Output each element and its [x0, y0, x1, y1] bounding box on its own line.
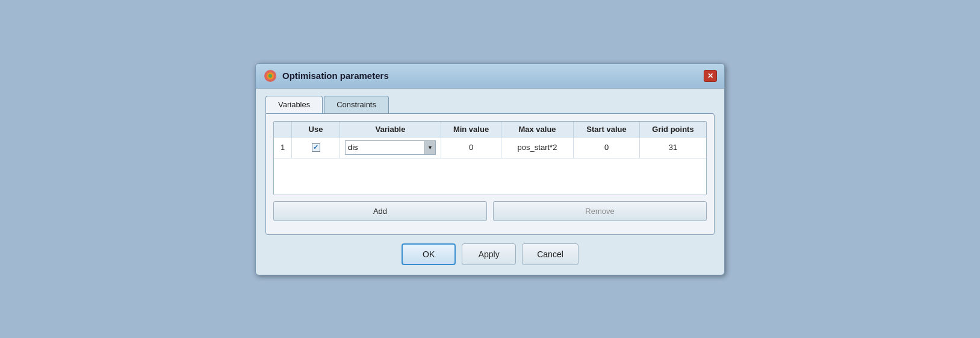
- add-remove-buttons: Add Remove: [273, 201, 707, 221]
- cell-rownum: 1: [274, 137, 292, 158]
- check-icon: ✓: [313, 143, 318, 151]
- cell-gridpoints[interactable]: 31: [640, 137, 706, 158]
- header-startvalue: Start value: [574, 122, 640, 137]
- cell-minvalue[interactable]: 0: [441, 137, 501, 158]
- header-maxvalue: Max value: [501, 122, 574, 137]
- tab-constraints[interactable]: Constraints: [324, 96, 389, 113]
- table-row: 1 ✓ dis ▼: [274, 137, 706, 158]
- cell-startvalue[interactable]: 0: [574, 137, 640, 158]
- tabs-container: Variables Constraints: [265, 96, 715, 113]
- header-gridpoints: Grid points: [640, 122, 706, 137]
- close-button[interactable]: ✕: [704, 70, 717, 82]
- tab-variables[interactable]: Variables: [265, 96, 323, 113]
- dialog-body: Variables Constraints Use Variable Min v…: [256, 89, 724, 275]
- app-icon: [263, 69, 278, 83]
- use-checkbox[interactable]: ✓: [312, 143, 320, 152]
- empty-rows-area: [274, 158, 706, 195]
- header-use: Use: [292, 122, 340, 137]
- dropdown-arrow-icon[interactable]: ▼: [425, 140, 436, 155]
- dialog-title: Optimisation parameters: [282, 70, 389, 81]
- title-bar: Optimisation parameters ✕: [256, 64, 724, 89]
- cell-use: ✓: [292, 137, 340, 158]
- bottom-buttons: OK Apply Cancel: [265, 243, 715, 265]
- tab-content-variables: Use Variable Min value Max value Start v…: [265, 113, 715, 235]
- table-header: Use Variable Min value Max value Start v…: [274, 122, 706, 137]
- header-variable: Variable: [340, 122, 441, 137]
- cell-variable: dis ▼: [340, 137, 441, 158]
- svg-point-2: [268, 74, 272, 78]
- apply-button[interactable]: Apply: [462, 243, 516, 265]
- cell-maxvalue[interactable]: pos_start*2: [501, 137, 574, 158]
- cancel-button[interactable]: Cancel: [522, 243, 578, 265]
- title-bar-left: Optimisation parameters: [263, 69, 389, 83]
- row-number: 1: [281, 143, 285, 152]
- remove-button[interactable]: Remove: [493, 201, 707, 221]
- header-minvalue: Min value: [441, 122, 501, 137]
- header-rownum: [274, 122, 292, 137]
- dialog-window: Optimisation parameters ✕ Variables Cons…: [255, 63, 725, 275]
- variables-table: Use Variable Min value Max value Start v…: [273, 121, 707, 195]
- ok-button[interactable]: OK: [402, 243, 456, 265]
- variable-dropdown-container: dis ▼: [345, 140, 436, 155]
- add-button[interactable]: Add: [273, 201, 487, 221]
- variable-select[interactable]: dis: [345, 140, 425, 155]
